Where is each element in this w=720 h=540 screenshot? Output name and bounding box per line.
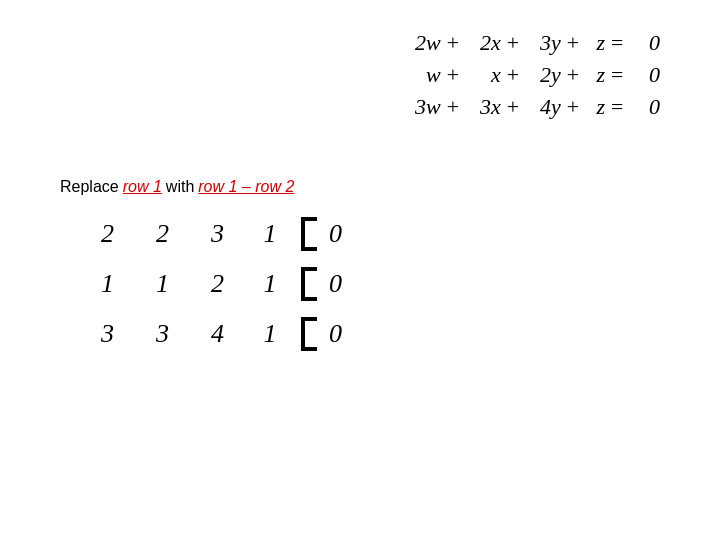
m3-rhs: 0 xyxy=(329,319,342,349)
matrix-section: 2 2 3 1 0 1 1 2 1 xyxy=(80,215,660,365)
m2-c2: 1 xyxy=(135,269,190,299)
svg-rect-2 xyxy=(301,247,317,251)
page-content: 2w + 2x + 3y + z = 0 w + x + 2y + z = 0 … xyxy=(0,0,720,540)
eq3-rhs: 0 xyxy=(630,94,660,120)
equation-row-2: w + x + 2y + z = 0 xyxy=(100,62,660,88)
m3-c1: 3 xyxy=(80,319,135,349)
bracket-icon-2 xyxy=(295,265,325,303)
eq2-term1: w + xyxy=(400,62,460,88)
svg-rect-0 xyxy=(301,217,305,251)
matrix-row-3: 3 3 4 1 0 xyxy=(80,315,660,353)
svg-rect-6 xyxy=(301,317,305,351)
eq1-equals: z = xyxy=(580,30,630,56)
eq3-term2: 3x + xyxy=(460,94,520,120)
svg-rect-7 xyxy=(301,317,317,321)
with-text: with xyxy=(166,178,194,196)
m3-c2: 3 xyxy=(135,319,190,349)
m2-c4: 1 xyxy=(245,269,295,299)
replace-prefix: Replace xyxy=(60,178,119,196)
matrix-row-1: 2 2 3 1 0 xyxy=(80,215,660,253)
equation-row-3: 3w + 3x + 4y + z = 0 xyxy=(100,94,660,120)
eq2-term2: x + xyxy=(460,62,520,88)
row1-label: row 1 xyxy=(123,178,162,196)
m1-rhs: 0 xyxy=(329,219,342,249)
eq1-rhs: 0 xyxy=(630,30,660,56)
eq1-term2: 2x + xyxy=(460,30,520,56)
svg-rect-3 xyxy=(301,267,305,301)
bracket-icon-3 xyxy=(295,315,325,353)
svg-rect-5 xyxy=(301,297,317,301)
matrix-row-2: 1 1 2 1 0 xyxy=(80,265,660,303)
eq3-equals: z = xyxy=(580,94,630,120)
eq1-term3: 3y + xyxy=(520,30,580,56)
m3-c4: 1 xyxy=(245,319,295,349)
eq3-term1: 3w + xyxy=(400,94,460,120)
svg-rect-1 xyxy=(301,217,317,221)
eq2-equals: z = xyxy=(580,62,630,88)
m2-aug: 0 xyxy=(295,265,342,303)
m1-c4: 1 xyxy=(245,219,295,249)
equations-section: 2w + 2x + 3y + z = 0 w + x + 2y + z = 0 … xyxy=(100,30,660,126)
svg-rect-4 xyxy=(301,267,317,271)
m1-c3: 3 xyxy=(190,219,245,249)
eq2-rhs: 0 xyxy=(630,62,660,88)
eq1-term1: 2w + xyxy=(400,30,460,56)
eq2-term3: 2y + xyxy=(520,62,580,88)
m2-rhs: 0 xyxy=(329,269,342,299)
bracket-icon xyxy=(295,215,325,253)
m2-c3: 2 xyxy=(190,269,245,299)
m3-c3: 4 xyxy=(190,319,245,349)
m1-c2: 2 xyxy=(135,219,190,249)
m3-aug: 0 xyxy=(295,315,342,353)
equation-row-1: 2w + 2x + 3y + z = 0 xyxy=(100,30,660,56)
m1-c1: 2 xyxy=(80,219,135,249)
m1-aug: 0 xyxy=(295,215,342,253)
svg-rect-8 xyxy=(301,347,317,351)
replace-instruction: Replace row 1 with row 1 – row 2 xyxy=(60,178,294,196)
eq3-term3: 4y + xyxy=(520,94,580,120)
replace-expression: row 1 – row 2 xyxy=(198,178,294,196)
m2-c1: 1 xyxy=(80,269,135,299)
